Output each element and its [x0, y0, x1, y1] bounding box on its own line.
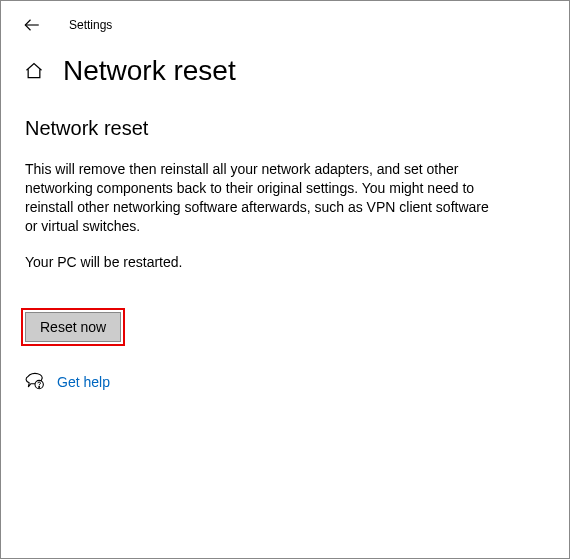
help-row: Get help [25, 372, 497, 392]
home-icon[interactable] [23, 60, 45, 82]
page-header: Network reset [1, 49, 569, 87]
description-text: This will remove then reinstall all your… [25, 160, 497, 236]
svg-point-2 [39, 386, 40, 387]
section-heading: Network reset [25, 117, 497, 140]
reset-button-highlight: Reset now [21, 308, 125, 346]
get-help-link[interactable]: Get help [57, 374, 110, 390]
titlebar: Settings [1, 1, 569, 49]
app-title: Settings [69, 18, 112, 32]
page-title: Network reset [63, 55, 236, 87]
content-area: Network reset This will remove then rein… [1, 117, 521, 392]
reset-now-button[interactable]: Reset now [25, 312, 121, 342]
back-icon[interactable] [23, 16, 41, 34]
restart-note: Your PC will be restarted. [25, 254, 497, 270]
chat-help-icon [25, 372, 45, 392]
